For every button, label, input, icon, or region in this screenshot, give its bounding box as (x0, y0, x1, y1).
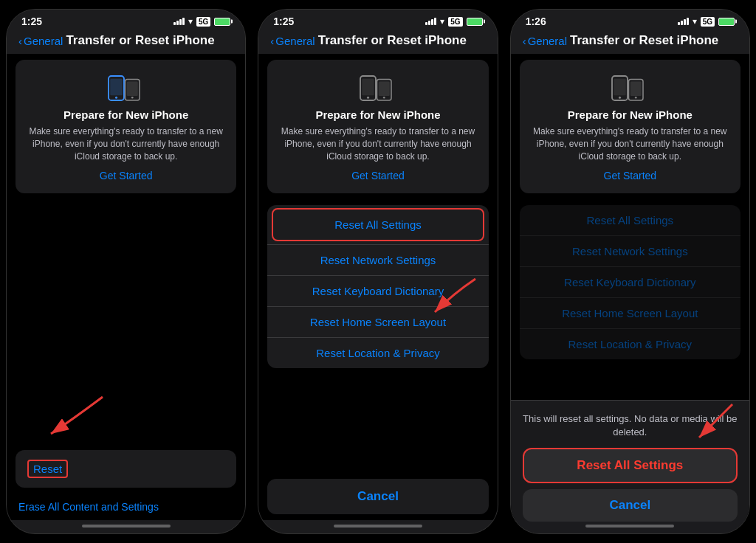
battery-icon-3 (718, 18, 735, 26)
back-button-1[interactable]: ‹ General (18, 35, 63, 47)
card-desc-2: Make sure everything's ready to transfer… (276, 125, 479, 162)
status-icons-3: ▾ 5G (678, 16, 735, 27)
home-indicator-1 (82, 525, 171, 528)
status-icons-1: ▾ 5G (173, 16, 230, 27)
reset-item-1[interactable]: Reset (16, 450, 236, 488)
home-indicator-3 (585, 525, 674, 528)
wifi-icon-1: ▾ (188, 16, 193, 27)
svg-rect-1 (110, 79, 123, 96)
back-button-3[interactable]: ‹ General (523, 35, 567, 47)
status-bar-2: 1:25 ▾ 5G (258, 10, 497, 30)
card-title-3: Prepare for New iPhone (568, 108, 693, 121)
signal-icon-2 (425, 18, 436, 25)
svg-point-19 (635, 97, 637, 99)
svg-rect-8 (362, 79, 374, 96)
reset-list-3: Reset All Settings Reset Network Setting… (520, 205, 740, 359)
card-desc-1: Make sure everything's ready to transfer… (24, 125, 227, 162)
dialog-cancel-button-3[interactable]: Cancel (523, 489, 738, 522)
nav-bar-1: ‹ General Transfer or Reset iPhone (7, 30, 245, 54)
nav-bar-3: ‹ General Transfer or Reset iPhone (511, 30, 749, 54)
phone-2: 1:25 ▾ 5G ‹ General Transfer or R (258, 9, 498, 534)
arrow-1 (29, 390, 117, 449)
card-section-2: Prepare for New iPhone Make sure everyth… (267, 60, 488, 193)
back-button-2[interactable]: ‹ General (270, 35, 315, 47)
reset-all-settings-item-2[interactable]: Reset All Settings (272, 208, 484, 241)
get-started-link-2[interactable]: Get Started (351, 170, 405, 181)
svg-point-9 (367, 97, 369, 99)
erase-label-1[interactable]: Erase All Content and Settings (7, 494, 245, 520)
signal-icon-3 (678, 18, 689, 25)
phone-3: 1:26 ▾ 5G ‹ General Transfer or R (510, 9, 750, 534)
home-indicator-2 (334, 525, 422, 528)
reset-location-privacy-item-2[interactable]: Reset Location & Privacy (267, 337, 488, 368)
card-section-1: Prepare for New iPhone Make sure everyth… (16, 60, 236, 193)
5g-icon-3: 5G (701, 17, 715, 27)
svg-rect-15 (614, 79, 627, 96)
page-title-3: Transfer or Reset iPhone (570, 33, 718, 48)
reset-label-1[interactable]: Reset (27, 460, 68, 478)
svg-point-5 (131, 97, 134, 99)
battery-icon-2 (467, 18, 483, 26)
reset-network-settings-item-3[interactable]: Reset Network Settings (520, 235, 740, 266)
arrow-3 (670, 397, 743, 449)
svg-rect-4 (126, 82, 137, 97)
card-section-3: Prepare for New iPhone Make sure everyth… (520, 60, 740, 193)
get-started-link-1[interactable]: Get Started (100, 170, 153, 181)
content-1: Prepare for New iPhone Make sure everyth… (7, 54, 245, 520)
chevron-left-icon-2: ‹ (270, 35, 274, 47)
chevron-left-icon-1: ‹ (18, 35, 22, 47)
page-title-1: Transfer or Reset iPhone (66, 33, 214, 48)
card-title-1: Prepare for New iPhone (63, 108, 188, 121)
svg-rect-11 (379, 82, 390, 97)
cancel-button-2[interactable]: Cancel (267, 479, 488, 514)
status-bar-1: 1:25 ▾ 5G (7, 10, 245, 30)
phone-container: 1:25 ▾ 5G ‹ General Transfer (0, 0, 756, 543)
arrow-2 (409, 272, 490, 323)
svg-point-2 (115, 97, 117, 99)
time-2: 1:25 (273, 15, 294, 27)
nav-bar-2: ‹ General Transfer or Reset iPhone (258, 30, 497, 54)
bottom-section-1: Reset (16, 450, 236, 488)
wifi-icon-2: ▾ (440, 16, 444, 27)
card-title-2: Prepare for New iPhone (315, 108, 440, 121)
get-started-link-3[interactable]: Get Started (604, 170, 657, 181)
status-icons-2: ▾ 5G (425, 16, 482, 27)
svg-point-12 (383, 97, 385, 99)
svg-rect-18 (630, 82, 642, 97)
page-title-2: Transfer or Reset iPhone (318, 33, 467, 48)
card-desc-3: Make sure everything's ready to transfer… (529, 125, 732, 162)
chevron-left-icon-3: ‹ (523, 35, 526, 47)
reset-location-privacy-item-3[interactable]: Reset Location & Privacy (520, 328, 740, 359)
5g-icon-1: 5G (196, 17, 210, 27)
5g-icon-2: 5G (448, 17, 462, 27)
reset-home-screen-item-3[interactable]: Reset Home Screen Layout (520, 297, 740, 328)
prepare-icon-1 (104, 72, 148, 108)
back-label-1[interactable]: General (24, 35, 63, 47)
status-bar-3: 1:26 ▾ 5G (511, 10, 749, 30)
reset-keyboard-dict-item-3[interactable]: Reset Keyboard Dictionary (520, 266, 740, 297)
time-1: 1:25 (21, 15, 42, 27)
wifi-icon-3: ▾ (693, 16, 697, 27)
reset-all-settings-item-3[interactable]: Reset All Settings (520, 205, 740, 235)
back-label-2[interactable]: General (275, 35, 315, 47)
prepare-icon-2 (356, 72, 400, 108)
reset-all-settings-confirm-button-3[interactable]: Reset All Settings (523, 448, 738, 483)
phone-1: 1:25 ▾ 5G ‹ General Transfer (6, 9, 246, 534)
svg-point-16 (619, 97, 621, 99)
back-label-3[interactable]: General (528, 35, 567, 47)
signal-icon-1 (173, 18, 185, 25)
time-3: 1:26 (526, 15, 546, 27)
battery-icon-1 (214, 18, 230, 26)
prepare-icon-3 (608, 72, 652, 108)
cancel-section-2: Cancel (267, 479, 488, 514)
